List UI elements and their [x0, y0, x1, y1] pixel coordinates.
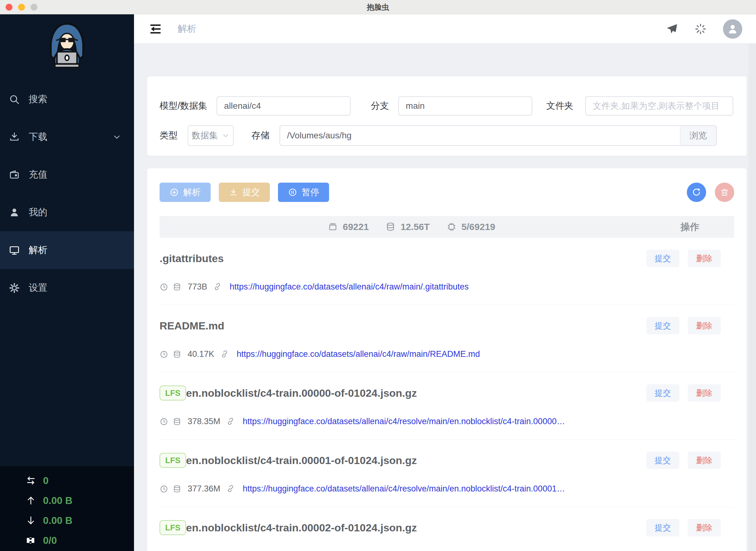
- search-icon: [9, 93, 21, 105]
- row-submit-button[interactable]: 提交: [646, 317, 679, 335]
- gear-icon: [9, 282, 21, 294]
- row-delete-button[interactable]: 删除: [688, 249, 721, 267]
- window-titlebar: 抱脸虫: [0, 0, 756, 14]
- file-size: 773B: [188, 282, 207, 292]
- summary-bar: 69221 12.56T: [159, 216, 734, 238]
- minimize-window-button[interactable]: [18, 4, 25, 11]
- file-url-link[interactable]: https://huggingface.co/datasets/allenai/…: [230, 282, 469, 292]
- main-area: 解析: [134, 14, 756, 551]
- file-row: LFS README.md 40.17K https: [159, 305, 734, 373]
- vertical-scrollbar[interactable]: [749, 44, 756, 551]
- database-icon: [173, 350, 181, 359]
- delete-all-button[interactable]: [715, 183, 734, 202]
- sidebar-item-recharge[interactable]: 充值: [0, 156, 134, 193]
- repo-input[interactable]: [216, 96, 350, 116]
- user-icon: [9, 207, 21, 218]
- sidebar-item-label: 下载: [29, 131, 47, 143]
- folder-label: 文件夹: [546, 100, 573, 112]
- pause-button-label: 暂停: [302, 186, 319, 198]
- storage-label: 存储: [251, 129, 269, 142]
- chevron-down-icon: [112, 132, 121, 142]
- submit-all-button[interactable]: 提交: [219, 183, 270, 202]
- row-delete-button[interactable]: 删除: [688, 317, 721, 335]
- browse-button[interactable]: 浏览: [680, 125, 717, 146]
- storage-input[interactable]: [279, 125, 680, 146]
- row-delete-button[interactable]: 删除: [688, 519, 721, 536]
- repo-label: 模型/数据集: [159, 100, 207, 112]
- file-size: 40.17K: [188, 349, 214, 359]
- row-submit-button[interactable]: 提交: [646, 519, 679, 536]
- sidebar-item-label: 充值: [29, 168, 47, 181]
- file-size: 378.35M: [188, 417, 220, 426]
- row-submit-button[interactable]: 提交: [646, 452, 679, 469]
- zoom-window-button[interactable]: [31, 4, 37, 11]
- sidebar-item-mine[interactable]: 我的: [0, 193, 134, 231]
- stat-download: 0.00 B: [26, 511, 134, 530]
- row-submit-button[interactable]: 提交: [646, 249, 679, 267]
- type-select[interactable]: 数据集: [188, 125, 234, 146]
- plus-circle-icon: [169, 188, 179, 197]
- sidebar-item-settings[interactable]: 设置: [0, 269, 134, 307]
- lfs-badge: LFS: [159, 520, 186, 535]
- file-row: LFS .gitattributes 773B ht: [159, 238, 734, 305]
- branch-input[interactable]: [398, 96, 532, 116]
- download-icon: [9, 131, 21, 143]
- summary-total-size: 12.56T: [386, 221, 430, 232]
- stat-upload: 0.00 B: [26, 491, 134, 511]
- repo-form-card: 模型/数据集 分支 文件夹 类型 数据集: [147, 76, 747, 156]
- sidebar-item-download[interactable]: 下载: [0, 118, 134, 156]
- arrow-up-icon: [26, 495, 36, 506]
- file-row: LFS en.noblocklist/c4-train.00002-of-010…: [159, 507, 734, 551]
- clock-icon: [159, 485, 168, 493]
- file-url-link[interactable]: https://huggingface.co/datasets/allenai/…: [237, 349, 480, 359]
- clock-icon: [159, 283, 168, 292]
- traffic-lights: [6, 0, 37, 14]
- file-name: en.noblocklist/c4-train.00002-of-01024.j…: [186, 522, 417, 534]
- tab-parse[interactable]: 解析: [178, 22, 196, 35]
- database-icon: [386, 222, 396, 232]
- refresh-button[interactable]: [687, 183, 706, 202]
- menu-fold-icon[interactable]: [149, 22, 162, 36]
- actions-column-header: 操作: [681, 221, 699, 233]
- lfs-badge: LFS: [159, 453, 186, 468]
- file-url-link[interactable]: https://huggingface.co/datasets/allenai/…: [243, 417, 565, 426]
- trash-icon: [720, 188, 729, 197]
- database-icon: [173, 485, 181, 493]
- window-title: 抱脸虫: [367, 2, 389, 12]
- sidebar-item-label: 设置: [29, 282, 47, 294]
- link-icon: [213, 283, 222, 292]
- row-delete-button[interactable]: 删除: [688, 452, 721, 469]
- row-submit-button[interactable]: 提交: [646, 384, 679, 402]
- hacker-logo-icon: [41, 21, 93, 74]
- monitor-icon: [9, 244, 21, 256]
- send-icon[interactable]: [666, 23, 678, 35]
- summary-progress-value: 5/69219: [462, 221, 495, 232]
- close-window-button[interactable]: [6, 4, 12, 11]
- file-list: LFS .gitattributes 773B ht: [159, 238, 734, 551]
- sidebar-item-parse[interactable]: 解析: [0, 231, 134, 269]
- pause-button[interactable]: 暂停: [278, 183, 329, 202]
- sidebar-item-label: 搜索: [29, 93, 47, 106]
- type-select-value: 数据集: [192, 130, 218, 141]
- spinner-icon[interactable]: [694, 23, 707, 35]
- row-delete-button[interactable]: 删除: [688, 384, 721, 402]
- app-logo: [0, 14, 134, 80]
- toolbar: 解析 提交 暂停: [159, 183, 734, 202]
- sidebar-item-search[interactable]: 搜索: [0, 80, 134, 118]
- arrow-down-icon: [26, 515, 36, 526]
- stat-value: 0.00 B: [43, 515, 72, 526]
- file-row: LFS en.noblocklist/c4-train.00000-of-010…: [159, 373, 734, 440]
- file-name: README.md: [159, 320, 224, 332]
- link-icon: [226, 485, 235, 493]
- swap-arrows-icon: [26, 475, 36, 486]
- file-url-link[interactable]: https://huggingface.co/datasets/allenai/…: [243, 484, 565, 494]
- folder-input[interactable]: [585, 96, 733, 116]
- tape-icon: [26, 535, 36, 546]
- cpu-chip-icon: [447, 222, 457, 232]
- parse-button[interactable]: 解析: [159, 183, 211, 202]
- avatar[interactable]: [723, 19, 742, 39]
- clock-icon: [159, 350, 168, 359]
- file-name: en.noblocklist/c4-train.00000-of-01024.j…: [186, 387, 417, 399]
- file-list-card: 解析 提交 暂停: [147, 168, 747, 551]
- file-name: en.noblocklist/c4-train.00001-of-01024.j…: [186, 454, 417, 467]
